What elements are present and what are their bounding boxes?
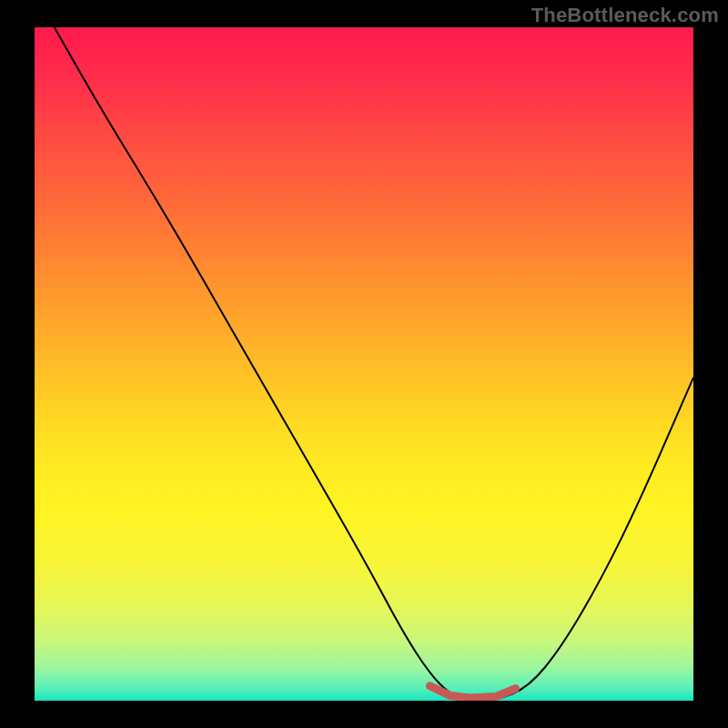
curve-layer (35, 27, 693, 701)
chart-frame: TheBottleneck.com (0, 0, 728, 728)
plot-area (35, 27, 693, 701)
optimal-range-marker (430, 686, 515, 698)
watermark-text: TheBottleneck.com (531, 4, 719, 27)
bottleneck-curve-line (55, 27, 693, 701)
